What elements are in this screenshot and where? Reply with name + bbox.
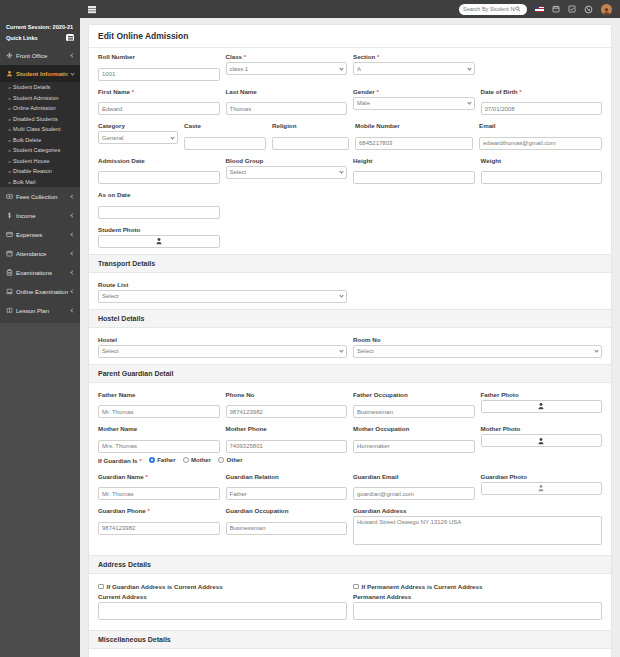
field-label: Permanent Address [353,593,602,600]
phone-chat-icon[interactable] [584,5,593,14]
chevron-down-icon [339,293,343,297]
height-input[interactable] [353,171,475,184]
date-of-birth-input[interactable] [481,102,603,115]
guardian-address-textarea[interactable] [353,516,602,545]
sidebar-item-lesson-plan[interactable]: Lesson Plan [0,301,80,320]
guardian-name-input[interactable] [98,487,220,500]
checkbox-icon[interactable] [353,584,359,590]
sidebar-subitem-student-categories[interactable]: Student Categories [0,145,80,156]
field-category: Category General [98,119,178,150]
sidebar-subitem-student-admission[interactable]: Student Admission [0,93,80,104]
field-label: Date of Birth [481,88,603,95]
field-label: Guardian Phone [98,507,220,514]
mother-phone-input[interactable] [226,440,348,453]
sidebar-subitem-online-admission[interactable]: Online Admission [0,103,80,114]
person-icon [155,237,163,245]
radio-selected-icon [149,457,155,463]
radio-guardian-mother[interactable]: Mother [183,457,212,463]
navbar-right-cluster [459,4,620,15]
class-select[interactable]: class 1 [226,62,348,75]
field-label: Guardian Occupation [226,507,348,514]
field-route-list: Route List Select [98,278,347,303]
section-select[interactable]: A [353,62,475,75]
last-name-input[interactable] [226,102,348,115]
guardian-relation-input[interactable] [226,487,348,500]
sidebar-subitem-student-details[interactable]: Student Details [0,82,80,93]
current-address-textarea[interactable] [98,602,347,620]
form-row: Hostel Select Room No Select [98,333,602,358]
hostel-select[interactable]: Select [98,345,347,358]
section-address-details: Address Details [89,555,611,574]
student-photo-upload[interactable] [98,235,220,248]
field-label: Height [353,157,475,164]
weight-input[interactable] [481,171,603,184]
form-row: Admission Date Blood Group Select Height… [98,154,602,185]
mother-occupation-input[interactable] [353,440,475,453]
father-phone-input[interactable] [226,405,348,418]
double-arrow-icon [8,126,11,132]
father-name-input[interactable] [98,405,220,418]
field-label: Route List [98,281,347,288]
sidebar-item-examinations[interactable]: Examinations [0,263,80,282]
father-occupation-input[interactable] [353,405,475,418]
mother-photo-upload[interactable] [481,434,603,447]
spacer [481,50,603,81]
room-no-select[interactable]: Select [353,345,602,358]
category-select[interactable]: General [98,131,178,144]
sidebar-item-expenses[interactable]: Expenses [0,225,80,244]
sidebar-item-fees-collection[interactable]: Fees Collection [0,187,80,206]
tasks-icon[interactable] [568,5,576,13]
radio-guardian-other[interactable]: Other [218,457,243,463]
sidebar-item-income[interactable]: Income [0,206,80,225]
sidebar-item-attendance[interactable]: Attendance [0,244,80,263]
field-guardian-name: Guardian Name [98,470,220,501]
form-row: Guardian Phone Guardian Occupation Guard… [98,504,602,549]
calendar-icon[interactable] [552,5,560,13]
sidebar-subitem-disable-reason[interactable]: Disable Reason [0,166,80,177]
sidebar-item-student-information[interactable]: Student Information [0,65,80,82]
first-name-input[interactable] [98,102,220,115]
sidebar-subitem-disabled-students[interactable]: Disabled Students [0,114,80,125]
radio-guardian-father[interactable]: Father [149,457,176,463]
father-photo-upload[interactable] [481,400,603,413]
select-value: Select [102,348,340,354]
field-guardian-photo: Guardian Photo [481,470,603,501]
chevron-left-icon [70,289,74,293]
field-label: Guardian Name [98,473,220,480]
blood-group-select[interactable]: Select [226,166,348,179]
caste-input[interactable] [184,137,266,150]
language-flag-icon[interactable] [535,6,544,12]
search-input[interactable] [463,6,515,12]
guardian-occupation-input[interactable] [226,522,348,535]
field-label: Weight [481,157,603,164]
mother-name-input[interactable] [98,440,220,453]
permanent-address-textarea[interactable] [353,602,602,620]
as-on-date-input[interactable] [98,206,220,219]
field-mother-occupation: Mother Occupation [353,422,475,453]
search-icon[interactable] [515,6,521,12]
sidebar-subitem-bulk-mail[interactable]: Bulk Mail [0,177,80,188]
guardian-photo-upload[interactable] [481,482,603,495]
field-father-occupation: Father Occupation [353,388,475,419]
sidebar-subitem-multi-class-student[interactable]: Multi Class Student [0,124,80,135]
quick-links-icon[interactable] [66,34,74,41]
admission-date-input[interactable] [98,171,220,184]
chevron-down-icon [70,71,74,75]
sidebar-item-online-examinations[interactable]: Online Examinations [0,282,80,301]
sidebar-subitem-student-house[interactable]: Student House [0,156,80,167]
route-list-select[interactable]: Select [98,290,347,303]
hamburger-menu-icon[interactable] [88,6,96,7]
roll-number-input[interactable] [98,68,220,81]
user-avatar[interactable] [601,4,612,15]
guardian-email-input[interactable] [353,487,475,500]
field-room-no: Room No Select [353,333,602,358]
sidebar-subitem-bulk-delete[interactable]: Bulk Delete [0,135,80,146]
sidebar-item-front-office[interactable]: Front Office [0,46,80,65]
gender-select[interactable]: Male [353,97,475,110]
guardian-phone-input[interactable] [98,522,220,535]
checkbox-icon[interactable] [98,584,104,590]
religion-input[interactable] [272,137,349,150]
form-row: Student Photo [98,223,602,248]
email-input[interactable] [479,137,602,150]
mobile-number-input[interactable] [355,137,473,150]
